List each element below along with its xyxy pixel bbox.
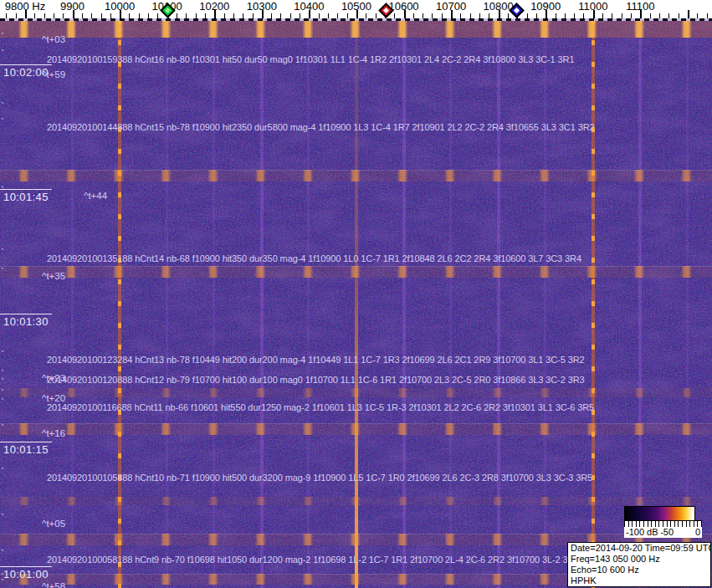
echo-band: [0, 21, 712, 38]
freq-tick: [91, 13, 92, 18]
scale-tick-marks: [624, 521, 702, 527]
freq-tick: [423, 13, 423, 18]
blue-marker-center: [514, 8, 520, 13]
freq-label: 9900: [60, 0, 85, 13]
freq-tick: [319, 13, 320, 18]
freq-tick: [110, 13, 111, 18]
freq-label: 10900: [530, 0, 561, 13]
spectrogram-waterfall[interactable]: [0, 18, 712, 588]
freq-tick: [300, 13, 300, 18]
freq-tick: [470, 13, 471, 18]
echo-band: [0, 388, 712, 397]
freq-label: 9800 Hz: [5, 0, 45, 13]
freq-tick: [697, 13, 698, 18]
freq-tick: [233, 13, 234, 18]
freq-tick: [54, 13, 54, 18]
freq-tick: [679, 13, 679, 18]
scale-strip: -100 dB -50 0: [624, 520, 702, 538]
freq-label: 10000: [105, 0, 135, 13]
scale-label-mid: -50: [660, 527, 674, 537]
red-marker-center: [383, 8, 389, 13]
freq-tick: [34, 13, 35, 18]
freq-tick: [565, 13, 566, 18]
frequency-axis-ruler: 9800 Hz990010000101001020010300104001050…: [0, 0, 712, 18]
color-gradient-bar: [624, 506, 695, 520]
freq-tick: [16, 13, 17, 18]
freq-tick: [602, 13, 603, 18]
freq-tick: [290, 13, 291, 18]
freq-tick: [432, 13, 433, 18]
echo-band: [0, 170, 712, 182]
freq-tick: [271, 13, 272, 18]
freq-tick: [460, 13, 461, 18]
freq-tick: [253, 13, 254, 18]
freq-label: 10700: [436, 0, 466, 13]
freq-tick: [612, 13, 612, 18]
freq-tick: [63, 13, 64, 18]
scale-label-max: 0: [695, 527, 700, 537]
freq-tick: [139, 13, 140, 18]
scale-labels: -100 dB -50 0: [624, 527, 702, 538]
echo-band: [0, 266, 712, 278]
freq-tick: [688, 10, 689, 18]
freq-tick: [337, 13, 338, 18]
freq-tick: [328, 13, 329, 18]
freq-tick: [366, 13, 366, 18]
freq-label: 10200: [199, 0, 229, 13]
waterfall-write-cursor-line: [0, 18, 712, 21]
freq-tick: [186, 13, 187, 18]
freq-tick: [650, 13, 651, 18]
freq-tick: [659, 13, 660, 18]
freq-tick: [536, 13, 537, 18]
info-date-time: Date=2014-09-20 Time=09:59 UTC: [571, 543, 708, 554]
freq-tick: [479, 13, 480, 18]
freq-label: 10400: [294, 0, 324, 13]
info-echo: Echo=10 600 Hz: [571, 565, 708, 575]
freq-tick: [622, 13, 622, 18]
freq-tick: [556, 13, 556, 18]
freq-tick: [574, 13, 575, 18]
freq-tick: [631, 13, 632, 18]
freq-tick: [44, 13, 45, 18]
echo-band: [0, 497, 712, 505]
freq-label: 10500: [341, 0, 371, 13]
scale-label-min: -100 dB: [626, 527, 658, 537]
freq-tick: [280, 13, 281, 18]
db-color-scale: -100 dB -50 0: [624, 506, 702, 538]
freq-tick: [82, 13, 83, 18]
freq-tick: [508, 13, 509, 18]
freq-label: 10300: [247, 0, 277, 13]
info-frequency: Freq=143 050 000 Hz: [571, 554, 708, 565]
freq-tick: [394, 13, 395, 18]
freq-tick: [527, 13, 528, 18]
freq-tick: [101, 13, 102, 18]
green-marker-center: [165, 8, 171, 13]
freq-tick: [196, 13, 197, 18]
freq-tick: [6, 13, 7, 18]
freq-tick: [413, 13, 414, 18]
info-station: HPHK: [571, 575, 708, 586]
echo-band: [0, 423, 712, 435]
meteor-echo-monitor-window: 9800 Hz990010000101001020010300104001050…: [0, 0, 712, 588]
freq-label: 11000: [578, 0, 607, 13]
freq-tick: [489, 13, 489, 18]
freq-tick: [243, 13, 243, 18]
freq-tick: [148, 13, 149, 18]
freq-tick: [224, 13, 225, 18]
freq-tick: [707, 13, 708, 18]
freq-tick: [347, 13, 348, 18]
freq-tick: [668, 13, 669, 18]
freq-tick: [583, 13, 584, 18]
freq-tick: [129, 13, 130, 18]
status-info-box: Date=2014-09-20 Time=09:59 UTC Freq=143 …: [567, 542, 711, 587]
freq-tick: [177, 13, 177, 18]
freq-tick: [157, 13, 158, 18]
freq-tick: [376, 13, 376, 18]
freq-tick: [442, 13, 443, 18]
freq-tick: [205, 13, 206, 18]
freq-label: 11100: [626, 0, 654, 13]
